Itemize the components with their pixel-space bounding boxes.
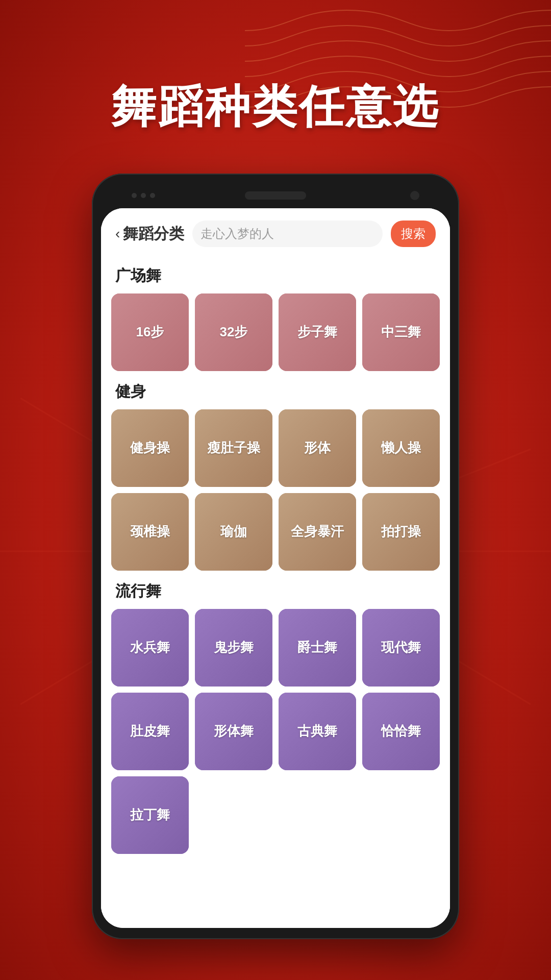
phone-frame: ‹ 舞蹈分类 走心入梦的人 搜索 广场舞16步32步步子舞中三舞健身健身操瘦肚子… [92, 174, 459, 939]
dance-tile-fitness-3[interactable]: 懒人操 [362, 409, 440, 487]
dance-tile-label-square-dance-1: 32步 [220, 324, 248, 341]
dance-tile-pop-dance-1[interactable]: 鬼步舞 [195, 609, 272, 687]
dance-tile-label-pop-dance-1: 鬼步舞 [214, 639, 254, 656]
dance-tile-square-dance-1[interactable]: 32步 [195, 293, 272, 371]
dance-tile-label-pop-dance-5: 形体舞 [214, 723, 254, 740]
dance-tile-label-pop-dance-2: 爵士舞 [297, 639, 337, 656]
dance-tile-label-pop-dance-6: 古典舞 [297, 723, 337, 740]
app-content: ‹ 舞蹈分类 走心入梦的人 搜索 广场舞16步32步步子舞中三舞健身健身操瘦肚子… [101, 208, 450, 928]
dance-tile-fitness-6[interactable]: 全身暴汗 [279, 493, 356, 571]
back-arrow-icon: ‹ [115, 226, 120, 242]
phone-dot [150, 193, 155, 198]
header-title: 舞蹈分类 [123, 224, 184, 244]
dance-tile-fitness-0[interactable]: 健身操 [111, 409, 189, 487]
dance-tile-square-dance-3[interactable]: 中三舞 [362, 293, 440, 371]
dance-tile-label-pop-dance-8: 拉丁舞 [130, 806, 170, 824]
phone-camera [410, 191, 419, 200]
section-title-square-dance: 广场舞 [115, 265, 440, 286]
dance-tile-label-fitness-1: 瘦肚子操 [207, 439, 260, 457]
dance-tile-label-pop-dance-4: 肚皮舞 [130, 723, 170, 740]
dance-tile-fitness-1[interactable]: 瘦肚子操 [195, 409, 272, 487]
dance-tile-pop-dance-3[interactable]: 现代舞 [362, 609, 440, 687]
search-button[interactable]: 搜索 [391, 220, 436, 247]
main-title: 舞蹈种类任意选 [0, 77, 551, 137]
phone-dots [132, 193, 155, 198]
dance-tile-fitness-4[interactable]: 颈椎操 [111, 493, 189, 571]
dance-tile-label-fitness-7: 拍打操 [381, 523, 421, 541]
back-button[interactable]: ‹ 舞蹈分类 [115, 224, 184, 244]
search-bar[interactable]: 走心入梦的人 [192, 220, 383, 247]
dance-tile-fitness-2[interactable]: 形体 [279, 409, 356, 487]
dance-tile-label-fitness-3: 懒人操 [381, 439, 421, 457]
section-title-fitness: 健身 [115, 381, 440, 402]
phone-top-bar [101, 183, 450, 208]
dance-tile-label-square-dance-3: 中三舞 [381, 324, 421, 341]
dance-tile-square-dance-0[interactable]: 16步 [111, 293, 189, 371]
phone-dot [132, 193, 137, 198]
dance-tile-label-pop-dance-7: 恰恰舞 [381, 723, 421, 740]
dance-tile-label-fitness-2: 形体 [304, 439, 331, 457]
phone-speaker [245, 191, 306, 200]
dance-tile-pop-dance-8[interactable]: 拉丁舞 [111, 776, 189, 854]
dance-grid-pop-dance: 水兵舞鬼步舞爵士舞现代舞肚皮舞形体舞古典舞恰恰舞拉丁舞 [111, 609, 440, 854]
dance-tile-pop-dance-6[interactable]: 古典舞 [279, 693, 356, 770]
phone-dot [141, 193, 146, 198]
search-placeholder-text: 走心入梦的人 [201, 226, 374, 242]
dance-grid-fitness: 健身操瘦肚子操形体懒人操颈椎操瑜伽全身暴汗拍打操 [111, 409, 440, 571]
dance-tile-label-square-dance-2: 步子舞 [297, 324, 337, 341]
scroll-content[interactable]: 广场舞16步32步步子舞中三舞健身健身操瘦肚子操形体懒人操颈椎操瑜伽全身暴汗拍打… [101, 255, 450, 928]
dance-tile-label-fitness-0: 健身操 [130, 439, 170, 457]
phone-container: ‹ 舞蹈分类 走心入梦的人 搜索 广场舞16步32步步子舞中三舞健身健身操瘦肚子… [92, 174, 459, 939]
dance-grid-square-dance: 16步32步步子舞中三舞 [111, 293, 440, 371]
dance-tile-pop-dance-2[interactable]: 爵士舞 [279, 609, 356, 687]
dance-tile-label-fitness-5: 瑜伽 [220, 523, 247, 541]
dance-tile-fitness-5[interactable]: 瑜伽 [195, 493, 272, 571]
dance-tile-pop-dance-7[interactable]: 恰恰舞 [362, 693, 440, 770]
phone-screen: ‹ 舞蹈分类 走心入梦的人 搜索 广场舞16步32步步子舞中三舞健身健身操瘦肚子… [101, 208, 450, 928]
dance-tile-pop-dance-0[interactable]: 水兵舞 [111, 609, 189, 687]
header-bar: ‹ 舞蹈分类 走心入梦的人 搜索 [101, 208, 450, 255]
dance-tile-fitness-7[interactable]: 拍打操 [362, 493, 440, 571]
dance-tile-label-pop-dance-0: 水兵舞 [130, 639, 170, 656]
dance-tile-pop-dance-5[interactable]: 形体舞 [195, 693, 272, 770]
dance-tile-square-dance-2[interactable]: 步子舞 [279, 293, 356, 371]
dance-tile-label-fitness-6: 全身暴汗 [291, 523, 344, 541]
dance-tile-pop-dance-4[interactable]: 肚皮舞 [111, 693, 189, 770]
dance-tile-label-pop-dance-3: 现代舞 [381, 639, 421, 656]
dance-tile-label-fitness-4: 颈椎操 [130, 523, 170, 541]
section-title-pop-dance: 流行舞 [115, 581, 440, 602]
dance-tile-label-square-dance-0: 16步 [136, 324, 164, 341]
